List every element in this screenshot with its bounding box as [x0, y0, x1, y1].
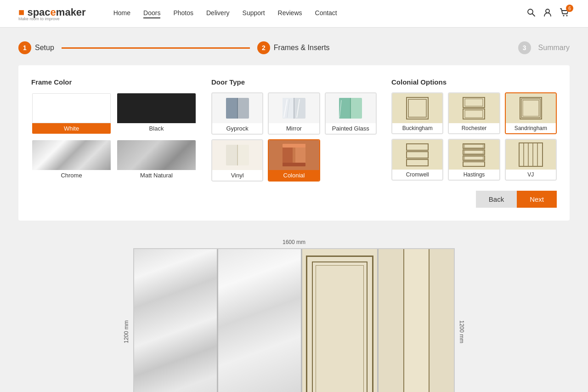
door-type-title: Door Type	[211, 78, 377, 86]
color-white[interactable]: White	[31, 92, 112, 135]
svg-line-1	[532, 14, 535, 16]
step-3: 3 Summary	[518, 41, 570, 54]
cart-icon[interactable]: 6	[560, 7, 570, 20]
frame-color-grid: White Black Chrome Matt Natural	[31, 92, 197, 182]
door-gyprock-label: Gyprock	[212, 123, 262, 134]
frame-color-title: Frame Color	[31, 78, 197, 86]
cart-count: 6	[566, 5, 573, 12]
nav-reviews[interactable]: Reviews	[278, 9, 302, 18]
preview-panel-1	[134, 249, 217, 392]
color-black[interactable]: Black	[116, 92, 197, 135]
preview-divider-3	[377, 249, 379, 392]
svg-point-4	[566, 15, 568, 17]
svg-point-3	[563, 15, 565, 17]
color-white-swatch	[32, 93, 111, 123]
door-vinyl-label: Vinyl	[212, 170, 262, 181]
preview-width-label-top: 1600 mm	[46, 239, 542, 245]
door-vinyl[interactable]: Vinyl	[211, 139, 263, 182]
svg-point-0	[528, 9, 533, 14]
nav-icons: 6	[526, 7, 570, 20]
door-colonial-label: Colonial	[269, 170, 319, 181]
colonial-vj[interactable]: VJ	[505, 139, 557, 181]
svg-rect-25	[283, 163, 305, 166]
door-gyprock[interactable]: Gyprock	[211, 92, 263, 135]
navbar: ■ spacemaker Make room to improve Home D…	[0, 0, 588, 28]
colonial-vj-thumb	[506, 140, 556, 170]
colonial-rochester-label: Rochester	[449, 123, 499, 133]
options-panels: Frame Color White Black Chrome	[31, 78, 557, 182]
colonial-buckingham[interactable]: Buckingham	[391, 92, 443, 134]
door-colonial[interactable]: Colonial	[268, 139, 320, 182]
nav-home[interactable]: Home	[113, 9, 130, 18]
colonial-sandringham[interactable]: Sandringham	[505, 92, 557, 134]
colonial-options-title: Colonial Options	[391, 78, 557, 86]
nav-photos[interactable]: Photos	[173, 9, 193, 18]
colonial-hastings[interactable]: Hastings	[448, 139, 500, 181]
next-button[interactable]: Next	[517, 191, 557, 208]
door-vinyl-thumb	[212, 140, 262, 170]
color-matt-natural-label: Matt Natural	[117, 170, 196, 181]
door-painted-glass-label: Painted Glass	[326, 123, 376, 134]
door-mirror-label: Mirror	[269, 123, 319, 134]
door-mirror[interactable]: Mirror	[268, 92, 320, 135]
nav-doors[interactable]: Doors	[143, 9, 160, 18]
step-3-label: Summary	[538, 44, 570, 52]
color-chrome-label: Chrome	[32, 170, 111, 181]
door-colonial-thumb	[269, 140, 319, 170]
color-white-label: White	[32, 123, 111, 134]
nav-delivery[interactable]: Delivery	[206, 9, 230, 18]
search-icon[interactable]	[526, 8, 536, 19]
logo-icon: ■	[18, 6, 24, 18]
colonial-rochester[interactable]: Rochester	[448, 92, 500, 134]
colonial-rochester-thumb	[449, 93, 499, 123]
door-type-grid: Gyprock	[211, 92, 377, 182]
door-gyprock-thumb	[212, 93, 262, 123]
colonial-sandringham-label: Sandringham	[506, 123, 556, 133]
color-matt-natural[interactable]: Matt Natural	[116, 139, 197, 182]
colonial-hastings-label: Hastings	[449, 170, 499, 180]
colonial-buckingham-label: Buckingham	[392, 123, 442, 133]
colonial-hastings-thumb	[449, 140, 499, 170]
colonial-buckingham-thumb	[392, 93, 442, 123]
preview-panel-3	[302, 249, 378, 392]
frame-color-panel: Frame Color White Black Chrome	[31, 78, 197, 182]
svg-point-2	[546, 9, 549, 13]
svg-rect-29	[462, 97, 486, 120]
nav-support[interactable]: Support	[243, 9, 265, 18]
color-black-swatch	[117, 93, 196, 123]
colonial-sandringham-thumb	[506, 93, 556, 123]
nav-links: Home Doors Photos Delivery Support Revie…	[113, 9, 526, 18]
color-chrome-swatch	[32, 140, 111, 170]
stepper: 1 Setup 2 Frames & Inserts 3 Summary	[18, 41, 570, 54]
step-1-number: 1	[18, 41, 31, 54]
logo-brand: spacemaker	[27, 6, 85, 18]
door-type-panel: Door Type Gyprock	[211, 78, 377, 182]
color-matt-natural-swatch	[117, 140, 196, 170]
svg-rect-26	[406, 97, 429, 120]
nav-contact[interactable]: Contact	[315, 9, 337, 18]
color-black-label: Black	[117, 123, 196, 134]
door-painted-glass[interactable]: Painted Glass	[325, 92, 377, 135]
account-icon[interactable]	[543, 8, 552, 19]
colonial-grid: Buckingham Rochester	[391, 92, 557, 181]
colonial-options-panel: Colonial Options Buckingham	[391, 78, 557, 182]
preview-panel-2	[218, 249, 301, 392]
options-card: Frame Color White Black Chrome	[18, 65, 570, 221]
step-line-1	[62, 47, 250, 49]
preview-panel-4	[379, 249, 454, 392]
door-mirror-thumb	[269, 93, 319, 123]
colonial-vj-label: VJ	[506, 170, 556, 180]
colonial-cromwell[interactable]: Cromwell	[391, 139, 443, 181]
back-button[interactable]: Back	[476, 191, 517, 208]
step-3-number: 3	[518, 41, 531, 54]
preview-area: 1600 mm 1200 mm	[18, 230, 570, 392]
colonial-cromwell-label: Cromwell	[392, 170, 442, 180]
logo[interactable]: ■ spacemaker Make room to improve	[18, 6, 86, 21]
step-2: 2 Frames & Inserts	[257, 41, 330, 54]
color-chrome[interactable]: Chrome	[31, 139, 112, 182]
svg-rect-50	[519, 143, 543, 166]
step-1-label: Setup	[35, 44, 54, 52]
svg-rect-19	[226, 145, 237, 165]
colonial-cromwell-thumb	[392, 140, 442, 170]
preview-divider-1	[217, 249, 218, 392]
